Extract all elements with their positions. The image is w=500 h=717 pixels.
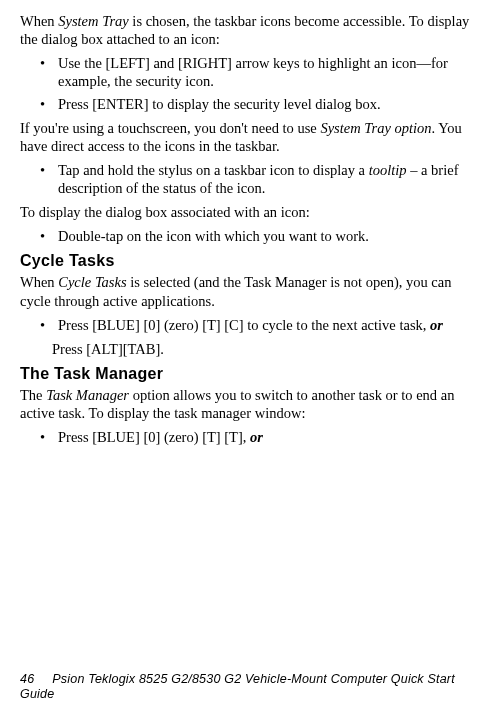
- text: If you're using a touchscreen, you don't…: [20, 120, 320, 136]
- term-tooltip: tooltip: [369, 162, 407, 178]
- text: When: [20, 274, 58, 290]
- taskmgr-bullets: Press [BLUE] [0] (zero) [T] [T], or: [20, 428, 480, 446]
- text: Press [BLUE] [0] (zero) [T] [T],: [58, 429, 250, 445]
- term-task-manager: Task Manager: [46, 387, 129, 403]
- text: When: [20, 13, 58, 29]
- term-system-tray: System Tray: [58, 13, 128, 29]
- page-number: 46: [20, 672, 34, 686]
- intro-bullets-3: Double-tap on the icon with which you wa…: [20, 227, 480, 245]
- text: Use the [LEFT] and [RIGHT] arrow keys to…: [58, 55, 448, 89]
- intro-bullets-2: Tap and hold the stylus on a taskbar ico…: [20, 161, 480, 197]
- text: The: [20, 387, 46, 403]
- term-or: or: [250, 429, 263, 445]
- text: To display the dialog box associated wit…: [20, 204, 310, 220]
- intro-para-3: To display the dialog box associated wit…: [20, 203, 480, 221]
- cycle-continue: Press [ALT][TAB].: [20, 340, 480, 358]
- intro-para-1: When System Tray is chosen, the taskbar …: [20, 12, 480, 48]
- list-item: Press [BLUE] [0] (zero) [T] [C] to cycle…: [20, 316, 480, 334]
- list-item: Use the [LEFT] and [RIGHT] arrow keys to…: [20, 54, 480, 90]
- term-system-tray-option: System Tray option: [320, 120, 431, 136]
- list-item: Tap and hold the stylus on a taskbar ico…: [20, 161, 480, 197]
- heading-task-manager: The Task Manager: [20, 364, 480, 384]
- term-or: or: [430, 317, 443, 333]
- list-item: Press [ENTER] to display the security le…: [20, 95, 480, 113]
- cycle-bullets: Press [BLUE] [0] (zero) [T] [C] to cycle…: [20, 316, 480, 334]
- text: Press [BLUE] [0] (zero) [T] [C] to cycle…: [58, 317, 430, 333]
- taskmgr-para-1: The Task Manager option allows you to sw…: [20, 386, 480, 422]
- intro-para-2: If you're using a touchscreen, you don't…: [20, 119, 480, 155]
- list-item: Press [BLUE] [0] (zero) [T] [T], or: [20, 428, 480, 446]
- text: Press [ALT][TAB].: [52, 341, 164, 357]
- term-cycle-tasks: Cycle Tasks: [58, 274, 126, 290]
- footer-title: Psion Teklogix 8525 G2/8530 G2 Vehicle-M…: [20, 672, 455, 702]
- text: Tap and hold the stylus on a taskbar ico…: [58, 162, 369, 178]
- page-footer: 46Psion Teklogix 8525 G2/8530 G2 Vehicle…: [20, 672, 480, 703]
- text: Double-tap on the icon with which you wa…: [58, 228, 369, 244]
- intro-bullets-1: Use the [LEFT] and [RIGHT] arrow keys to…: [20, 54, 480, 112]
- heading-cycle-tasks: Cycle Tasks: [20, 251, 480, 271]
- cycle-para-1: When Cycle Tasks is selected (and the Ta…: [20, 273, 480, 309]
- list-item: Double-tap on the icon with which you wa…: [20, 227, 480, 245]
- text: Press [ENTER] to display the security le…: [58, 96, 381, 112]
